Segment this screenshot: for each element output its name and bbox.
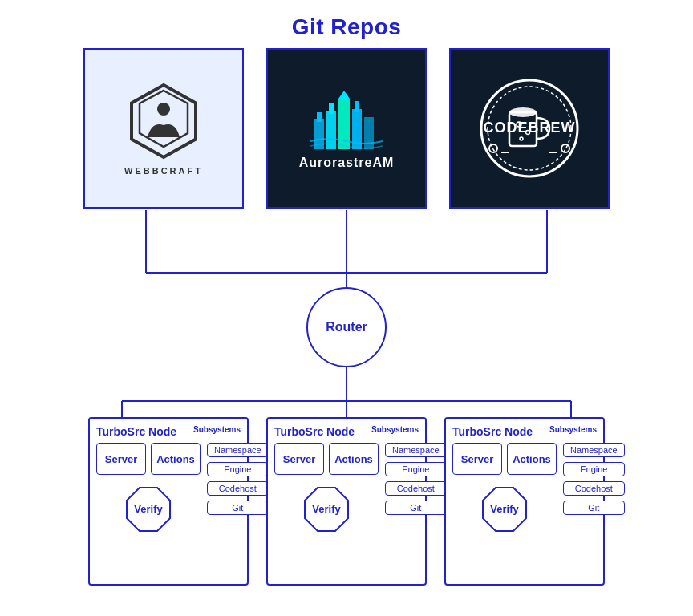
- svg-rect-24: [509, 112, 537, 146]
- node-2-engine: Engine: [385, 462, 447, 476]
- router-label: Router: [326, 320, 367, 334]
- page-title: Git Repos: [0, 0, 693, 40]
- node-3-subsystems-label: Subsystems: [549, 425, 597, 434]
- codebrew-logo-box: CODEBREW: [449, 48, 610, 209]
- router-circle: Router: [306, 287, 387, 367]
- node-3-server-btn[interactable]: Server: [452, 443, 502, 475]
- svg-point-23: [488, 87, 571, 170]
- webbcraft-logo-box: WEBBCRAFT: [83, 48, 244, 209]
- svg-rect-21: [364, 117, 374, 149]
- node-3-verify[interactable]: Verify: [480, 484, 529, 534]
- node-2-git: Git: [385, 500, 447, 515]
- nodes-row: TurboSrc Node Subsystems Server Actions …: [88, 417, 605, 586]
- node-1-verify[interactable]: Verify: [124, 484, 173, 534]
- svg-rect-14: [317, 112, 322, 122]
- svg-point-25: [509, 107, 537, 117]
- node-2-codehost: Codehost: [385, 481, 447, 496]
- page: Git Repos: [0, 0, 693, 616]
- node-2-actions-btn[interactable]: Actions: [329, 443, 379, 475]
- svg-rect-16: [329, 103, 334, 114]
- webbcraft-logo: WEBBCRAFT: [124, 81, 204, 176]
- node-3-namespace: Namespace: [563, 443, 625, 457]
- svg-text:Verify: Verify: [312, 503, 341, 515]
- aurorastream-logo-box: AurorastreAM: [266, 48, 427, 209]
- turbosrc-node-1: TurboSrc Node Subsystems Server Actions …: [88, 417, 249, 586]
- svg-point-26: [517, 122, 521, 127]
- node-2-namespace: Namespace: [385, 443, 447, 457]
- svg-point-12: [157, 103, 170, 116]
- node-3-actions-btn[interactable]: Actions: [507, 443, 557, 475]
- node-1-namespace: Namespace: [207, 443, 269, 457]
- node-1-actions-btn[interactable]: Actions: [151, 443, 201, 475]
- svg-text:Verify: Verify: [134, 503, 163, 515]
- aurorastream-logo: AurorastreAM: [299, 87, 395, 170]
- webbcraft-text: WEBBCRAFT: [124, 166, 203, 176]
- svg-marker-18: [338, 91, 350, 99]
- logos-row: WEBBCRAFT: [83, 48, 610, 209]
- node-3-git: Git: [563, 500, 625, 515]
- node-1-git: Git: [207, 500, 269, 515]
- node-2-verify[interactable]: Verify: [302, 484, 351, 534]
- svg-marker-11: [140, 91, 188, 147]
- codebrew-logo: CODEBREW: [477, 76, 582, 180]
- node-1-codehost: Codehost: [207, 481, 269, 496]
- node-1-subsystems-label: Subsystems: [193, 425, 241, 434]
- svg-point-28: [520, 137, 523, 140]
- codebrew-icon: [477, 76, 582, 180]
- turbosrc-node-3: TurboSrc Node Subsystems Server Actions …: [444, 417, 605, 586]
- node-2-server-btn[interactable]: Server: [274, 443, 324, 475]
- node-2-subsystems-label: Subsystems: [371, 425, 419, 434]
- aurorastream-text: AurorastreAM: [299, 156, 395, 170]
- node-1-engine: Engine: [207, 462, 269, 476]
- webbcraft-icon: [124, 81, 204, 161]
- node-1-server-btn[interactable]: Server: [96, 443, 146, 475]
- aurorastream-icon: [310, 87, 383, 151]
- svg-rect-20: [355, 101, 359, 112]
- svg-point-22: [481, 80, 578, 176]
- svg-point-27: [526, 131, 530, 135]
- node-3-engine: Engine: [563, 462, 625, 476]
- turbosrc-node-2: TurboSrc Node Subsystems Server Actions …: [266, 417, 427, 586]
- svg-text:Verify: Verify: [490, 503, 519, 515]
- node-3-codehost: Codehost: [563, 481, 625, 496]
- svg-point-32: [561, 144, 569, 152]
